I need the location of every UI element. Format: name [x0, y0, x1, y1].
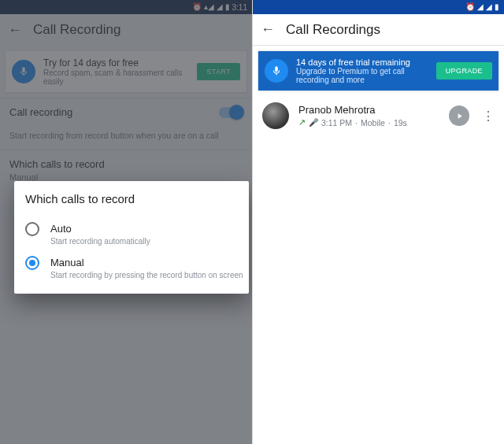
page-title: Call Recordings — [286, 22, 380, 38]
promo-subtitle: Upgrade to Premium to get call recording… — [296, 67, 428, 84]
recording-item[interactable]: Pranob Mehrotra ↗ 🎤 3:11 PM · Mobile · 1… — [253, 96, 504, 135]
upgrade-card: 14 days of free trial remaining Upgrade … — [258, 50, 499, 91]
upgrade-button[interactable]: UPGRADE — [436, 62, 492, 80]
screen-call-recording-settings: ⏰ ▴◢ ◢ ▮ 3:11 ← Call Recording Try for 1… — [0, 0, 252, 444]
alarm-icon: ⏰ — [465, 3, 475, 11]
option-sub: Start recording automatically — [50, 237, 150, 246]
contact-name: Pranob Mehrotra — [298, 104, 439, 116]
app-bar: ← Call Recordings — [253, 14, 504, 46]
option-manual[interactable]: Manual Start recording by pressing the r… — [25, 250, 247, 284]
dialog-title: Which calls to record — [25, 192, 247, 205]
play-button[interactable] — [449, 105, 469, 126]
which-calls-dialog: Which calls to record Auto Start recordi… — [14, 181, 249, 294]
signal-icon: ◢ — [477, 3, 484, 11]
promo-text: 14 days of free trial remaining Upgrade … — [296, 57, 428, 84]
avatar — [262, 102, 289, 129]
status-bar: ⏰ ◢ ◢ ▮ — [253, 0, 504, 14]
option-sub: Start recording by pressing the record b… — [50, 271, 243, 279]
option-label: Manual — [50, 257, 84, 268]
recording-duration: 19s — [394, 118, 407, 128]
option-label: Auto — [50, 223, 72, 235]
microphone-icon: 🎤 — [309, 118, 318, 127]
battery-icon: ▮ — [495, 3, 499, 11]
more-icon[interactable]: ⋮ — [479, 109, 498, 124]
radio-checked-icon[interactable] — [25, 256, 39, 270]
recording-meta: ↗ 🎤 3:11 PM · Mobile · 19s — [298, 117, 439, 128]
radio-unchecked-icon[interactable] — [25, 222, 39, 236]
option-auto[interactable]: Auto Start recording automatically — [25, 216, 247, 250]
recording-time: 3:11 PM — [321, 118, 352, 128]
microphone-icon — [265, 59, 288, 83]
screen-call-recordings-list: ⏰ ◢ ◢ ▮ ← Call Recordings 14 days of fre… — [252, 0, 504, 444]
promo-title: 14 days of free trial remaining — [296, 57, 428, 67]
back-icon[interactable]: ← — [261, 21, 275, 38]
outgoing-call-icon: ↗ — [298, 117, 306, 128]
signal-icon: ◢ — [486, 3, 492, 11]
recording-type: Mobile — [361, 118, 385, 128]
